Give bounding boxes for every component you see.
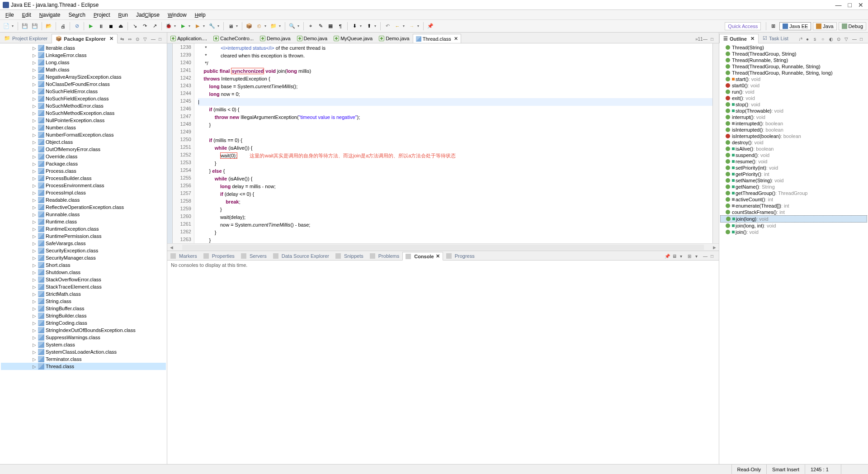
outline-item[interactable]: destroy() : void [720,139,867,146]
suspend-button[interactable]: ⏸ [96,22,105,31]
tree-item[interactable]: ▷Runtime.class [1,218,166,225]
tree-item[interactable]: ▷Object.class [1,138,166,146]
tree-item[interactable]: ▷SecurityManager.class [1,254,166,261]
overview-ruler[interactable] [712,43,719,243]
display-console-button[interactable]: 🖥 [672,254,679,260]
bottom-tab-console[interactable]: Console ✕ [402,252,443,261]
tree-item[interactable]: ▷Runnable.class [1,211,166,218]
menu-run[interactable]: Run [115,11,132,19]
outline-item[interactable]: getName() : String [720,184,867,190]
run-button[interactable]: ▶ [179,22,188,31]
horizontal-scrollbar[interactable]: ◄► [167,243,719,251]
hide-static-button[interactable]: s [814,37,820,43]
outline-item[interactable]: interrupt() : void [720,114,867,120]
tree-item[interactable]: ▷LinkageError.class [1,52,166,59]
outline-item[interactable]: activeCount() : int [720,196,867,203]
outline-item[interactable]: join(long, int) : void [720,223,867,229]
disconnect-button[interactable]: ⏏ [116,22,125,31]
run-last-button[interactable]: ▶ [193,22,202,31]
outline-menu-button[interactable]: ▽ [844,37,851,43]
outline-item[interactable]: Thread(ThreadGroup, Runnable, String) [720,63,867,70]
tree-item[interactable]: ▷Number.class [1,124,166,131]
save-button[interactable]: 💾 [20,22,29,31]
menu-navigate[interactable]: Navigate [36,11,64,19]
bottom-tab-snippets[interactable]: Snippets [332,252,367,260]
tree-item[interactable]: ▷Override.class [1,153,166,160]
outline-item[interactable]: getPriority() : int [720,171,867,177]
tree-item[interactable]: ▷Iterable.class [1,44,166,52]
outline-item[interactable]: isInterrupted() : boolean [720,127,867,133]
tree-item[interactable]: ▷StackOverflowError.class [1,276,166,283]
tree-item[interactable]: ▷NoSuchMethodError.class [1,102,166,109]
tree-item[interactable]: ▷SuppressWarnings.class [1,334,166,341]
tree-item[interactable]: ▷String.class [1,298,166,305]
editor-tab[interactable]: Demo.java [257,34,294,43]
tree-item[interactable]: ▷NoClassDefFoundError.class [1,81,166,88]
outline-item[interactable]: join() : void [720,229,867,235]
bottom-tab-problems[interactable]: Problems [367,252,402,260]
outline-item[interactable]: run() : void [720,89,867,95]
outline-item[interactable]: getThreadGroup() : ThreadGroup [720,190,867,196]
menu-help[interactable]: Help [191,11,209,19]
minimize-outline-button[interactable]: — [852,37,859,43]
focus-outline-button[interactable]: ⊙ [837,37,843,43]
bottom-tab-progress[interactable]: Progress [443,252,478,260]
menu-project[interactable]: Project [90,11,114,19]
maximize-outline-button[interactable]: □ [860,37,866,43]
outline-item[interactable]: setPriority(int) : void [720,165,867,171]
editor-tab[interactable]: Thread.class✕ [413,34,461,43]
new-class-button[interactable]: © [255,22,264,31]
menu-file[interactable]: File [2,11,18,19]
outline-item[interactable]: enumerate(Thread[]) : int [720,203,867,209]
outline-item[interactable]: setName(String) : void [720,177,867,184]
skip-breakpoints-button[interactable]: ⊘ [72,22,81,31]
bottom-tab-markers[interactable]: Markers [167,252,200,260]
outline-item[interactable]: countStackFrames() : int [720,209,867,215]
prev-annotation-button[interactable]: ⬆ [364,22,373,31]
tree-item[interactable]: ▷ProcessEnvironment.class [1,182,166,189]
maximize-bottom-button[interactable]: □ [711,254,717,260]
menu-edit[interactable]: Edit [19,11,35,19]
outline-item[interactable]: Thread(ThreadGroup, Runnable, String, lo… [720,70,867,76]
view-menu-button[interactable]: ▽ [143,37,150,43]
tree-item[interactable]: ▷Process.class [1,167,166,175]
tree-item[interactable]: ▷StackTraceElement.class [1,283,166,290]
outline-item[interactable]: suspend() : void [720,152,867,158]
forward-button[interactable]: → [407,22,416,31]
toggle-breadcrumb-button[interactable]: ⌖ [306,22,315,31]
maximize-button[interactable]: □ [848,1,852,9]
new-server-button[interactable]: 🖥 [226,22,235,31]
menu-window[interactable]: Window [164,11,190,19]
tree-item[interactable]: ▷OutOfMemoryError.class [1,146,166,153]
quick-access[interactable]: Quick Access [725,22,761,30]
outline-item[interactable]: start() : void [720,76,867,82]
tree-item[interactable]: ▷NoSuchMethodException.class [1,109,166,117]
search-button[interactable]: 🔍 [288,22,297,31]
step-return-button[interactable]: ↗ [150,22,159,31]
outline-item[interactable]: resume() : void [720,158,867,165]
new-button[interactable]: 📄 [2,22,11,31]
tree-item[interactable]: ▷Short.class [1,261,166,269]
next-annotation-button[interactable]: ⬇ [350,22,359,31]
open-console-button[interactable]: ⊞ [688,254,694,260]
tree-item[interactable]: ▷Thread.class [1,363,166,370]
maximize-editor-button[interactable]: □ [711,37,717,43]
outline-item[interactable]: Thread(ThreadGroup, String) [720,51,867,57]
sort-button[interactable]: ↓ª [798,37,805,43]
editor-tab[interactable]: CacheContro... [210,34,257,43]
link-editor-button[interactable]: ⇔ [128,37,134,43]
outline-item[interactable]: isInterrupted(boolean) : boolean [720,133,867,139]
tree-item[interactable]: ▷StringCoding.class [1,319,166,327]
open-type-button[interactable]: 📂 [44,22,53,31]
tab-outline[interactable]: ☰Outline✕ [719,34,759,43]
editor-tab[interactable]: Demo.java [376,34,413,43]
tree-item[interactable]: ▷System.class [1,341,166,348]
tree-item[interactable]: ▷NoSuchFieldError.class [1,88,166,95]
code-editor[interactable]: * <i>interrupted status</i> of the curre… [194,43,712,243]
focus-button[interactable]: ⊙ [136,37,142,43]
tree-item[interactable]: ▷Shutdown.class [1,269,166,276]
tree-item[interactable]: ▷ReflectiveOperationException.class [1,204,166,211]
outline-item[interactable]: start0() : void [720,82,867,89]
tab-task-list[interactable]: ☑Task List [759,33,793,43]
tree-item[interactable]: ▷RuntimeException.class [1,225,166,232]
